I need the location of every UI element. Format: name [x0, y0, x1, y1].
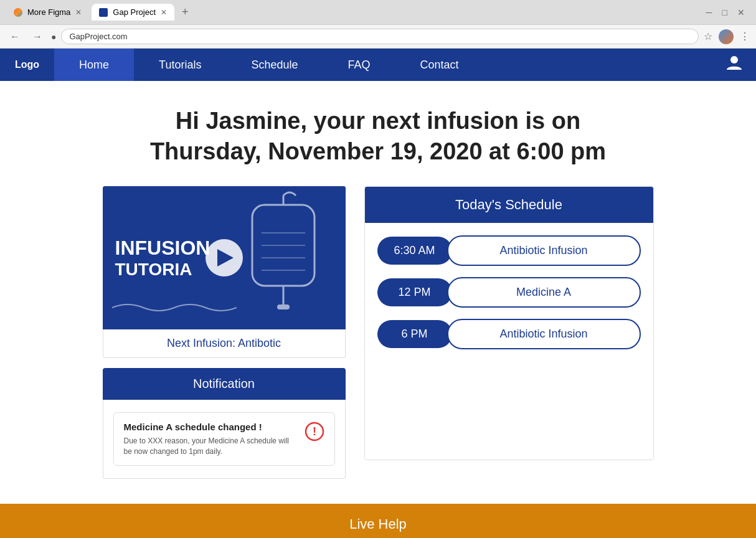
live-help-button[interactable]: Live Help: [0, 504, 756, 538]
wave-decoration: [112, 301, 237, 314]
tab-favicon: [14, 8, 22, 17]
browser-toolbar: ← → ● GapProject.com ☆ ⋮: [0, 24, 756, 48]
browser-titlebar: More Figma ✕ Gap Project ✕ + ─ □ ✕: [0, 0, 756, 24]
browser-icons: ☆ ⋮: [704, 29, 750, 44]
video-bg: INFUSION TUTORIA: [103, 186, 346, 329]
address-bar[interactable]: GapProject.com: [61, 29, 699, 44]
video-text-line2: TUTORIA: [115, 259, 210, 279]
maximize-button[interactable]: □: [722, 8, 727, 17]
nav-links: Home Tutorials Schedule FAQ Contact: [54, 49, 712, 81]
bookmark-icon[interactable]: ☆: [704, 31, 712, 42]
nav-logo: Logo: [0, 59, 54, 70]
window-controls-bar: ─ □ ✕: [701, 6, 750, 19]
tab-close-morefigma[interactable]: ✕: [75, 8, 82, 17]
tab-label: More Figma: [27, 7, 70, 17]
minimize-button[interactable]: ─: [706, 8, 712, 17]
schedule-row-3: 6 PM Antibiotic Infusion: [377, 319, 641, 349]
refresh-button[interactable]: ●: [51, 32, 56, 42]
browser-tab-morefigma[interactable]: More Figma ✕: [6, 4, 89, 21]
right-panel: Today's Schedule 6:30 AM Antibiotic Infu…: [364, 186, 654, 460]
browser-chrome: More Figma ✕ Gap Project ✕ + ─ □ ✕ ← → ●…: [0, 0, 756, 49]
play-icon: [217, 249, 234, 267]
nav-link-home[interactable]: Home: [54, 49, 134, 81]
video-text-overlay: INFUSION TUTORIA: [115, 236, 210, 279]
tab-close-gapproject[interactable]: ✕: [161, 8, 167, 17]
video-container[interactable]: INFUSION TUTORIA: [103, 186, 346, 329]
notification-body: Medicine A schedule changed ! Due to XXX…: [103, 400, 346, 479]
schedule-row-1: 6:30 AM Antibiotic Infusion: [377, 235, 641, 266]
svg-text:!: !: [313, 425, 316, 438]
hero-line2: Thursday, November 19, 2020 at 6:00 pm: [12, 136, 744, 167]
notification-item: Medicine A schedule changed ! Due to XXX…: [113, 412, 335, 466]
window-controls: ─ □ ✕: [701, 6, 750, 19]
schedule-time-1: 6:30 AM: [377, 237, 452, 265]
hero-section: Hi Jasmine, your next infusion is on Thu…: [0, 81, 756, 186]
nav-link-schedule[interactable]: Schedule: [226, 49, 323, 81]
notification-title: Medicine A schedule changed !: [124, 422, 297, 432]
schedule-time-2: 12 PM: [377, 278, 452, 306]
iv-bag-icon: [234, 189, 333, 314]
main-nav: Logo Home Tutorials Schedule FAQ Contact: [0, 49, 756, 81]
profile-icon[interactable]: [719, 29, 734, 44]
notification-content: Medicine A schedule changed ! Due to XXX…: [124, 422, 297, 457]
browser-tab-gapproject[interactable]: Gap Project ✕: [92, 4, 174, 21]
nav-link-faq[interactable]: FAQ: [323, 49, 395, 81]
video-caption: Next Infusion: Antibotic: [103, 329, 346, 358]
schedule-header: Today's Schedule: [365, 187, 653, 223]
notification-box: Notification Medicine A schedule changed…: [103, 368, 346, 479]
schedule-body: 6:30 AM Antibiotic Infusion 12 PM Medici…: [365, 223, 653, 460]
notification-description: Due to XXX reason, your Medicine A sched…: [124, 436, 297, 457]
hero-text: Hi Jasmine, your next infusion is on Thu…: [12, 106, 744, 168]
alert-icon: !: [305, 422, 324, 446]
left-panel: INFUSION TUTORIA Next Infusion: Antiboti…: [103, 186, 346, 479]
svg-point-0: [730, 56, 738, 64]
menu-icon[interactable]: ⋮: [740, 31, 750, 42]
profile-button[interactable]: [712, 54, 756, 76]
new-tab-button[interactable]: +: [177, 6, 194, 19]
next-infusion-link[interactable]: Next Infusion: Antibotic: [167, 337, 281, 349]
main-content: INFUSION TUTORIA Next Infusion: Antiboti…: [0, 186, 756, 504]
nav-link-contact[interactable]: Contact: [395, 49, 484, 81]
tab-favicon2: [99, 8, 108, 17]
notification-header: Notification: [103, 368, 346, 400]
schedule-box: Today's Schedule 6:30 AM Antibiotic Infu…: [364, 186, 654, 460]
nav-link-tutorials[interactable]: Tutorials: [134, 49, 226, 81]
close-button[interactable]: ✕: [737, 8, 745, 17]
hero-line1: Hi Jasmine, your next infusion is on: [12, 106, 744, 136]
schedule-item-3[interactable]: Antibiotic Infusion: [447, 319, 641, 349]
back-button[interactable]: ←: [6, 30, 24, 44]
schedule-row-2: 12 PM Medicine A: [377, 277, 641, 308]
schedule-item-1[interactable]: Antibiotic Infusion: [447, 235, 641, 266]
url-text: GapProject.com: [69, 32, 127, 41]
video-text-line1: INFUSION: [115, 236, 210, 259]
page: Logo Home Tutorials Schedule FAQ Contact…: [0, 49, 756, 538]
schedule-item-2[interactable]: Medicine A: [447, 277, 641, 308]
play-button[interactable]: [206, 239, 243, 276]
forward-button[interactable]: →: [29, 30, 46, 44]
tab-label2: Gap Project: [113, 7, 156, 17]
svg-rect-8: [277, 304, 290, 309]
schedule-time-3: 6 PM: [377, 320, 452, 348]
